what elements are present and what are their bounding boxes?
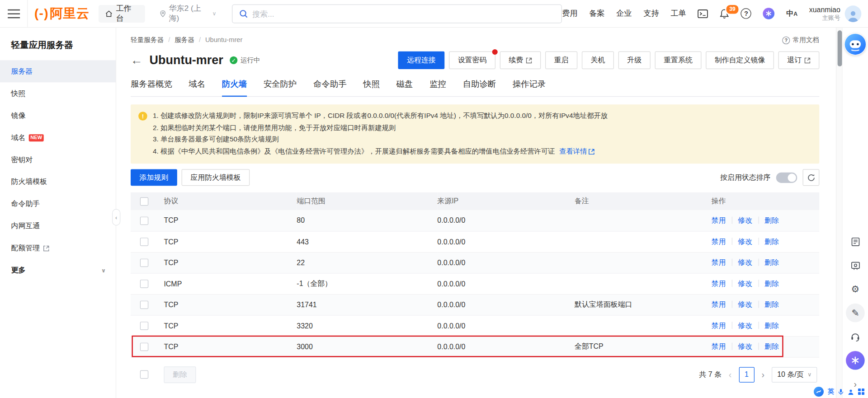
assistant-star-icon[interactable] (763, 8, 775, 19)
topbar-nav-item[interactable]: 费用 (562, 9, 577, 19)
tab[interactable]: 快照 (363, 79, 380, 96)
help-icon[interactable]: ? (741, 8, 751, 19)
refresh-button[interactable] (803, 169, 820, 186)
sidebar-item[interactable]: 内网互通 (0, 215, 116, 237)
language-switch-icon[interactable]: 中A (786, 9, 797, 19)
sidebar-item[interactable]: 配额管理 (0, 237, 116, 259)
account-menu[interactable]: xuanmiao 主账号 (809, 5, 862, 22)
back-arrow-icon[interactable]: ← (131, 54, 143, 66)
disable-link[interactable]: 禁用 (711, 300, 731, 308)
docs-link[interactable]: ? 常用文档 (782, 35, 819, 45)
global-search[interactable] (232, 4, 562, 23)
delete-link[interactable]: 删除 (759, 300, 785, 308)
select-all-checkbox[interactable] (140, 197, 148, 206)
sidebar-item[interactable]: 域名 NEW (0, 126, 116, 149)
prev-page-icon[interactable]: ‹ (729, 370, 732, 379)
hamburger-menu-icon[interactable] (0, 0, 28, 28)
sort-toggle[interactable] (776, 172, 797, 183)
disable-link[interactable]: 禁用 (711, 321, 731, 329)
scrollbar-thumb[interactable] (837, 30, 842, 66)
page-number[interactable]: 1 (739, 367, 754, 382)
delete-link[interactable]: 删除 (759, 321, 785, 329)
next-page-icon[interactable]: › (761, 370, 764, 379)
doc-panel-icon[interactable] (846, 232, 865, 251)
batch-delete-button[interactable]: 删除 (164, 366, 196, 383)
action-button[interactable]: 关机 (582, 52, 614, 69)
modify-link[interactable]: 修改 (732, 237, 759, 245)
delete-link[interactable]: 删除 (759, 342, 785, 350)
avatar[interactable] (845, 5, 862, 22)
terminal-icon[interactable] (698, 9, 708, 18)
action-button[interactable]: 退订 (778, 52, 820, 69)
row-checkbox[interactable] (140, 301, 148, 309)
tab[interactable]: 监控 (429, 79, 446, 96)
modify-link[interactable]: 修改 (732, 216, 759, 224)
breadcrumb-link[interactable]: 轻量服务器 (131, 36, 164, 44)
tab[interactable]: 操作记录 (513, 79, 546, 96)
edit-pencil-icon[interactable]: ✎ (846, 304, 865, 323)
sidebar-item[interactable]: 快照 (0, 82, 116, 104)
modify-link[interactable]: 修改 (732, 342, 759, 350)
bottom-select-checkbox[interactable] (140, 370, 148, 379)
delete-link[interactable]: 删除 (759, 216, 785, 224)
sidebar-item[interactable]: 更多 ∨ (0, 259, 116, 281)
microphone-icon[interactable] (838, 389, 844, 395)
tab[interactable]: 域名 (189, 79, 206, 96)
scrollbar[interactable] (836, 28, 843, 398)
remote-connect-button[interactable]: 远程连接 (398, 52, 444, 69)
tab[interactable]: 命令助手 (313, 79, 346, 96)
delete-link[interactable]: 删除 (759, 279, 785, 287)
support-headset-icon[interactable] (846, 327, 865, 346)
action-button[interactable]: 重置系统 (655, 52, 702, 69)
row-checkbox[interactable] (140, 280, 148, 288)
breadcrumb-link[interactable]: 服务器 (175, 36, 194, 44)
topbar-nav-item[interactable]: 备案 (589, 9, 604, 19)
tab[interactable]: 服务器概览 (131, 79, 172, 96)
topbar-nav-item[interactable]: 工单 (670, 9, 686, 19)
action-button[interactable]: 续费 (500, 52, 541, 69)
action-button[interactable]: 重启 (545, 52, 577, 69)
action-button[interactable]: 升级 (618, 52, 651, 69)
row-checkbox[interactable] (140, 238, 148, 246)
row-checkbox[interactable] (140, 259, 148, 267)
modify-link[interactable]: 修改 (732, 258, 759, 266)
add-rule-button[interactable]: 添加规则 (131, 169, 177, 186)
disable-link[interactable]: 禁用 (711, 216, 731, 224)
view-details-link[interactable]: 查看详情 (559, 145, 594, 157)
ai-robot-icon[interactable] (844, 33, 866, 55)
topbar-nav-item[interactable]: 企业 (616, 9, 632, 19)
tab[interactable]: 防火墙 (222, 79, 247, 97)
ime-logo-icon[interactable] (814, 387, 824, 397)
delete-link[interactable]: 删除 (759, 258, 785, 266)
modify-link[interactable]: 修改 (732, 321, 759, 329)
apply-firewall-template-button[interactable]: 应用防火墙模板 (182, 169, 250, 186)
tab[interactable]: 安全防护 (264, 79, 297, 96)
row-checkbox[interactable] (140, 343, 148, 351)
disable-link[interactable]: 禁用 (711, 342, 731, 350)
page-size-select[interactable]: 10 条/页 ∨ (772, 367, 817, 382)
ime-menu-grid-icon[interactable] (858, 389, 864, 395)
ime-language-indicator[interactable]: 英 (828, 388, 834, 396)
disable-link[interactable]: 禁用 (711, 279, 731, 287)
notifications-bell-icon[interactable]: 39 (720, 9, 729, 19)
action-button[interactable]: 制作自定义镜像 (706, 52, 774, 69)
sidebar-collapse-handle[interactable]: ‹ (112, 209, 120, 226)
settings-gear-icon[interactable]: ⚙ (846, 280, 865, 299)
disable-link[interactable]: 禁用 (711, 237, 731, 245)
row-checkbox[interactable] (140, 216, 148, 225)
search-input[interactable] (252, 9, 555, 18)
feedback-badge-icon[interactable] (846, 256, 865, 275)
sidebar-item[interactable]: 命令助手 (0, 193, 116, 215)
delete-link[interactable]: 删除 (759, 237, 785, 245)
modify-link[interactable]: 修改 (732, 300, 759, 308)
tab[interactable]: 自助诊断 (463, 79, 496, 96)
sidebar-item[interactable]: 镜像 (0, 104, 116, 126)
ai-assistant-icon[interactable] (846, 351, 865, 370)
aliyun-logo[interactable]: (-) 阿里云 (34, 5, 90, 22)
tab[interactable]: 磁盘 (396, 79, 413, 96)
region-selector[interactable]: 华东2 (上海) ∨ (159, 4, 216, 23)
sidebar-item[interactable]: 服务器 (0, 60, 116, 82)
sidebar-item[interactable]: 防火墙模板 (0, 171, 116, 193)
disable-link[interactable]: 禁用 (711, 258, 731, 266)
topbar-nav-item[interactable]: 支持 (643, 9, 659, 19)
